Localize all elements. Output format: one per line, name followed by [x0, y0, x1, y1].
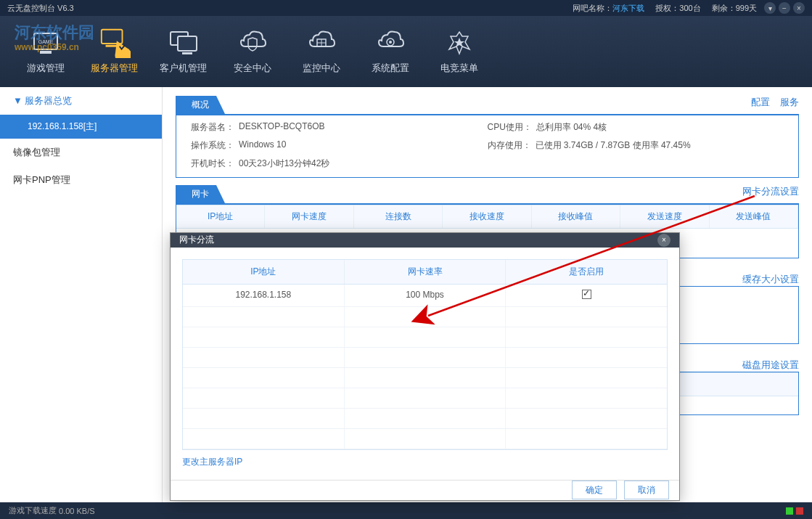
nav-label: 游戏管理	[27, 62, 65, 75]
nav-label: 安全中心	[234, 62, 271, 75]
svg-rect-3	[101, 30, 122, 44]
mem-value: 已使用 3.74GB / 7.87GB 使用率 47.45%	[536, 139, 691, 152]
mtd-ip: 192.168.1.158	[183, 285, 345, 306]
sidebar-header-servers[interactable]: 服务器总览	[0, 87, 162, 115]
nav-esports[interactable]: 电竞菜单	[425, 16, 493, 87]
mtd-enable[interactable]	[506, 285, 667, 306]
change-main-ip-link[interactable]: 更改主服务器IP	[182, 456, 668, 468]
cancel-button[interactable]: 取消	[624, 481, 669, 499]
gear-cloud-icon	[374, 28, 406, 57]
service-link[interactable]: 服务	[780, 97, 799, 107]
status-dot-red	[796, 507, 803, 515]
mtd-rate: 100 Mbps	[345, 285, 507, 306]
uptime-value: 00天23小时13分钟42秒	[239, 158, 329, 170]
svg-rect-1	[40, 51, 52, 54]
cache-link[interactable]: 缓存大小设置	[742, 274, 799, 285]
nav-monitor[interactable]: 监控中心	[287, 16, 356, 87]
esports-icon	[443, 28, 475, 57]
status-indicators	[786, 507, 803, 515]
th-send: 发送速度	[620, 205, 709, 228]
uptime-label: 开机时长：	[191, 158, 234, 170]
th-recv: 接收速度	[443, 205, 531, 228]
config-link[interactable]: 配置	[751, 97, 770, 107]
netcard-table-head: IP地址 网卡速度 连接数 接收速度 接收峰值 发送速度 发送峰值	[176, 205, 798, 229]
th-ip: IP地址	[176, 205, 265, 228]
th-send-peak: 发送峰值	[710, 205, 798, 228]
svg-point-12	[389, 41, 392, 44]
nav-server[interactable]: 服务器管理	[80, 16, 149, 87]
shield-cloud-icon	[237, 28, 268, 57]
nav-label: 系统配置	[372, 62, 409, 75]
mth-enable: 是否启用	[506, 260, 667, 284]
modal-title: 网卡分流	[179, 234, 214, 246]
overview-tab: 概况	[176, 96, 225, 114]
nav-label: 电竞菜单	[440, 62, 478, 75]
ok-button[interactable]: 确定	[572, 481, 617, 499]
monitor-cloud-icon	[305, 28, 337, 57]
dl-speed-label: 游戏下载速度	[9, 505, 57, 516]
th-speed: 网卡速度	[265, 205, 353, 228]
netcard-split-link[interactable]: 网卡分流设置	[742, 186, 799, 197]
modal-table-row[interactable]: 192.168.1.158 100 Mbps	[183, 285, 667, 307]
nav-client[interactable]: 客户机管理	[149, 16, 218, 87]
dl-speed-value: 0.00 KB/S	[59, 507, 95, 515]
nav-security[interactable]: 安全中心	[218, 16, 287, 87]
nav-label: 客户机管理	[160, 62, 207, 75]
minimize-button[interactable]: −	[779, 2, 790, 14]
nav-label: 监控中心	[303, 62, 340, 75]
server-name-label: 服务器名：	[191, 121, 234, 134]
status-dot-green	[786, 507, 793, 515]
netcard-tab: 网卡	[176, 185, 225, 203]
svg-rect-7	[182, 52, 192, 54]
modal-close-button[interactable]: ×	[657, 234, 670, 247]
os-label: 操作系统：	[191, 139, 234, 152]
sidebar-item-pnp[interactable]: 网卡PNP管理	[0, 166, 162, 194]
svg-marker-13	[454, 38, 464, 47]
th-recv-peak: 接收峰值	[532, 205, 620, 228]
client-icon	[168, 28, 200, 57]
svg-rect-6	[178, 36, 197, 51]
close-button[interactable]: ×	[793, 2, 805, 14]
app-title: 云无盘控制台 V6.3	[7, 3, 573, 14]
server-icon	[99, 28, 131, 57]
cpu-value: 总利用率 04% 4核	[536, 121, 607, 134]
dropdown-button[interactable]: ▾	[764, 2, 776, 14]
nav-game[interactable]: GAME 游戏管理	[11, 16, 80, 87]
nav-config[interactable]: 系统配置	[356, 16, 425, 87]
sidebar-item-server[interactable]: 192.168.1.158[主]	[0, 115, 162, 139]
th-conn: 连接数	[354, 205, 443, 228]
os-value: Windows 10	[239, 139, 286, 152]
remain-info: 剩余：999天	[712, 3, 757, 14]
cpu-label: CPU使用：	[488, 121, 532, 134]
mth-rate: 网卡速率	[345, 260, 507, 284]
bar-name: 网吧名称：河东下载	[573, 3, 644, 14]
server-name-value: DESKTOP-BCQT6OB	[239, 121, 324, 134]
netcard-split-modal: 网卡分流 × IP地址 网卡速率 是否启用 192.168.1.158 100 …	[170, 232, 680, 501]
enable-checkbox[interactable]	[582, 290, 591, 299]
sidebar: 服务器总览 192.168.1.158[主] 镜像包管理 网卡PNP管理	[0, 87, 163, 502]
mth-ip: IP地址	[183, 260, 345, 284]
bar-name-link[interactable]: 河东下载	[612, 4, 644, 12]
auth-info: 授权：300台	[655, 3, 700, 14]
mem-label: 内存使用：	[488, 139, 531, 152]
svg-text:GAME: GAME	[38, 39, 53, 44]
sidebar-item-images[interactable]: 镜像包管理	[0, 139, 162, 166]
disk-link[interactable]: 磁盘用途设置	[742, 359, 799, 370]
game-icon: GAME	[30, 28, 62, 57]
nav-label: 服务器管理	[91, 62, 138, 75]
